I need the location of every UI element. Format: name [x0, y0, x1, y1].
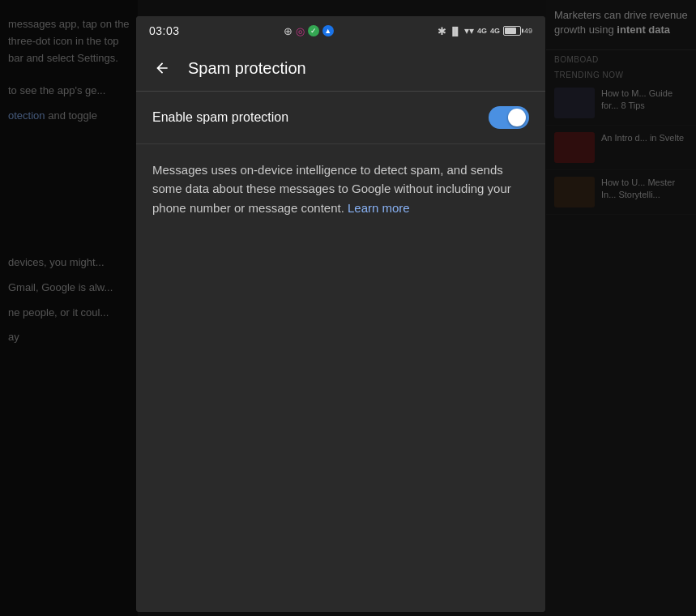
battery-percent: 49 — [524, 27, 532, 35]
spam-protection-modal: 03:03 ⊕ ◎ ✓ ▲ ✱ ▐▌ ▾▾ 4G 4G 49 Spam — [136, 16, 545, 612]
back-arrow-icon — [154, 60, 170, 76]
signal-4g-icon: 4G — [477, 27, 487, 35]
status-right-icons: ✱ ▐▌ ▾▾ 4G 4G 49 — [438, 25, 532, 37]
status-time: 03:03 — [149, 24, 180, 37]
toolbar: Spam protection — [136, 45, 545, 91]
battery-icon — [503, 26, 521, 36]
wifi-icon: ▾▾ — [464, 25, 474, 36]
blue-app-icon: ▲ — [322, 25, 334, 36]
instagram-icon: ◎ — [296, 25, 305, 37]
battery-fill — [505, 28, 516, 34]
description-body: Messages uses on-device intelligence to … — [152, 163, 511, 215]
status-bar: 03:03 ⊕ ◎ ✓ ▲ ✱ ▐▌ ▾▾ 4G 4G 49 — [136, 16, 545, 45]
description-text: Messages uses on-device intelligence to … — [136, 144, 545, 233]
status-app-icons: ⊕ ◎ ✓ ▲ — [284, 25, 334, 37]
vibrate-icon: ▐▌ — [450, 27, 461, 36]
back-button[interactable] — [149, 55, 175, 81]
toggle-label: Enable spam protection — [152, 110, 288, 125]
green-app-icon: ✓ — [308, 25, 319, 36]
modal-empty-body — [136, 233, 545, 612]
maps-icon: ⊕ — [284, 25, 292, 37]
bluetooth-icon: ✱ — [438, 25, 446, 37]
enable-spam-protection-row[interactable]: Enable spam protection — [136, 92, 545, 143]
toggle-knob — [508, 109, 526, 126]
signal-4g2-icon: 4G — [490, 27, 500, 35]
learn-more-link[interactable]: Learn more — [348, 201, 410, 215]
spam-protection-toggle[interactable] — [489, 106, 529, 129]
page-title: Spam protection — [188, 59, 306, 78]
